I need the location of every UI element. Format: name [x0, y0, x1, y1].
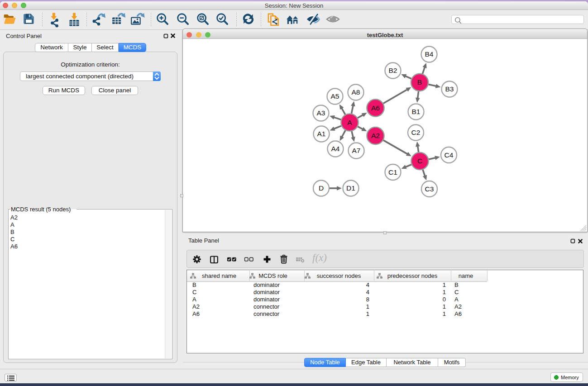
svg-text:B2: B2 — [389, 67, 397, 74]
svg-text:A2: A2 — [371, 132, 380, 139]
svg-text:A4: A4 — [331, 145, 340, 152]
svg-text:A6: A6 — [371, 104, 380, 112]
svg-text:B4: B4 — [425, 50, 434, 58]
svg-text:A7: A7 — [352, 147, 361, 154]
svg-text:A5: A5 — [331, 92, 339, 100]
svg-text:B3: B3 — [445, 85, 454, 93]
svg-text:C3: C3 — [425, 185, 434, 193]
svg-text:D1: D1 — [346, 184, 355, 192]
svg-text:A: A — [347, 119, 352, 126]
svg-text:A3: A3 — [317, 109, 325, 117]
svg-text:C: C — [417, 157, 422, 165]
svg-text:D: D — [319, 184, 324, 192]
svg-text:A1: A1 — [317, 130, 326, 138]
svg-text:A8: A8 — [352, 88, 360, 96]
svg-text:C2: C2 — [411, 129, 421, 136]
svg-text:C4: C4 — [445, 151, 454, 159]
svg-text:C1: C1 — [388, 168, 397, 176]
svg-text:B1: B1 — [412, 108, 421, 115]
svg-text:B: B — [417, 78, 422, 86]
